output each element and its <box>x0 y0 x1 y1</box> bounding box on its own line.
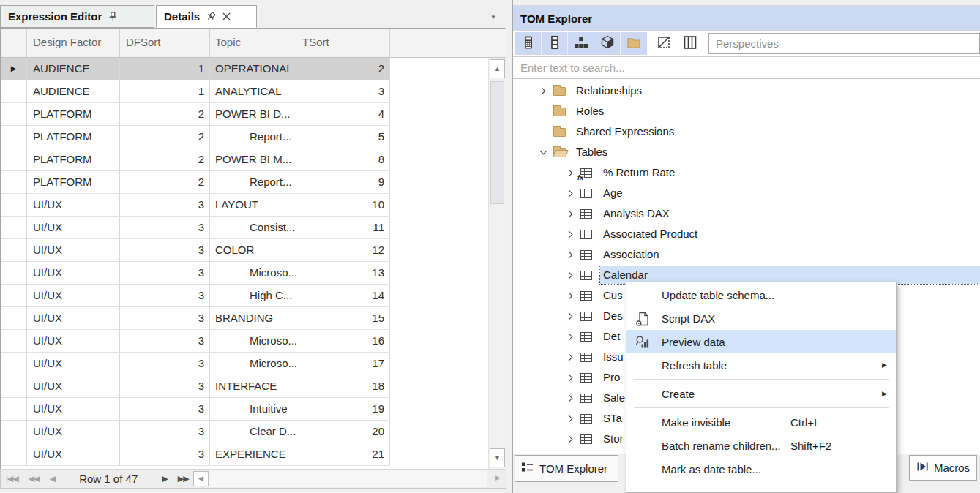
cell-tsort[interactable]: 9 <box>296 171 390 194</box>
table-row[interactable]: ▶ AUDIENCE 1 OPERATIONAL 2 <box>1 58 488 80</box>
table-row[interactable]: UI/UX 3 Microso... 17 <box>1 353 488 375</box>
chevron-right-icon[interactable] <box>565 229 575 239</box>
cell-topic[interactable]: COLOR <box>210 239 296 262</box>
cell-design-factor[interactable]: UI/UX <box>27 421 120 443</box>
tree-item-label[interactable]: Det <box>600 328 623 345</box>
tree-item-label[interactable]: Analysis DAX <box>600 205 673 222</box>
cell-topic[interactable]: INTERFACE <box>210 375 296 398</box>
cell-design-factor[interactable]: UI/UX <box>27 330 120 353</box>
tree-item-label[interactable]: Roles <box>573 102 607 120</box>
table-row[interactable]: UI/UX 3 Microso... 13 <box>1 262 488 285</box>
tree-item-label[interactable]: Issu <box>600 348 626 366</box>
cell-topic[interactable]: Microso... <box>210 353 296 375</box>
cell-topic[interactable]: OPERATIONAL <box>210 58 296 80</box>
cell-dfsort[interactable]: 3 <box>120 330 210 353</box>
cell-tsort[interactable]: 16 <box>296 330 390 353</box>
cell-dfsort[interactable]: 3 <box>120 307 210 330</box>
table-row[interactable]: UI/UX 3 High C... 14 <box>1 285 488 307</box>
horizontal-scrollbar-track[interactable] <box>209 470 487 487</box>
nav-next-page-button[interactable]: ▶▶ <box>178 474 189 483</box>
menu-item-script-dax[interactable]: Script DAX <box>626 306 896 330</box>
cell-design-factor[interactable]: UI/UX <box>27 239 120 262</box>
cell-tsort[interactable]: 13 <box>296 262 390 285</box>
table-row[interactable]: PLATFORM 2 POWER BI M... 8 <box>1 148 488 171</box>
nav-first-button[interactable]: |◀◀ <box>6 474 18 483</box>
tree-item-associated-product[interactable]: Associated Product <box>513 224 980 244</box>
chevron-right-icon[interactable] <box>565 311 575 321</box>
cell-topic[interactable]: Clear D... <box>210 421 296 443</box>
panel-splitter[interactable] <box>506 0 512 493</box>
cell-tsort[interactable]: 2 <box>296 58 390 80</box>
table-row[interactable]: UI/UX 3 INTERFACE 18 <box>1 375 488 398</box>
nav-prev-button[interactable]: ◀ <box>50 474 55 483</box>
cell-design-factor[interactable]: PLATFORM <box>27 126 120 148</box>
chevron-right-icon[interactable] <box>565 331 575 342</box>
pin-icon[interactable] <box>205 10 218 23</box>
cell-design-factor[interactable]: UI/UX <box>27 375 120 398</box>
menu-item-batch-rename-children[interactable]: Batch rename children... Shift+F2 <box>626 434 896 457</box>
chevron-right-icon[interactable] <box>565 413 575 424</box>
table-row[interactable]: UI/UX 3 COLOR 12 <box>1 239 488 262</box>
cell-dfsort[interactable]: 3 <box>120 217 210 239</box>
chevron-down-icon[interactable] <box>538 147 548 157</box>
table-row[interactable]: AUDIENCE 1 ANALYTICAL 3 <box>1 80 488 103</box>
cell-tsort[interactable]: 4 <box>296 103 390 126</box>
cell-tsort[interactable]: 20 <box>296 421 390 443</box>
tab-list-dropdown-icon[interactable]: ▼ <box>490 14 496 20</box>
cell-tsort[interactable]: 11 <box>296 217 390 239</box>
chevron-right-icon[interactable] <box>565 249 575 260</box>
tree-item-label[interactable]: Des <box>600 307 626 325</box>
chevron-right-icon[interactable] <box>565 393 575 403</box>
tree-item-label[interactable]: Age <box>600 184 626 202</box>
cell-dfsort[interactable]: 2 <box>120 126 210 148</box>
menu-item-preview-data[interactable]: Preview data <box>626 330 896 353</box>
tree-item-return-rate[interactable]: fx % Return Rate <box>513 162 980 183</box>
cell-dfsort[interactable]: 3 <box>120 375 210 398</box>
cell-topic[interactable]: POWER BI D... <box>210 103 296 126</box>
cell-tsort[interactable]: 21 <box>296 443 390 466</box>
table-row[interactable]: UI/UX 3 Intuitive 19 <box>1 398 488 421</box>
cell-tsort[interactable]: 14 <box>296 285 390 307</box>
show-columns-button[interactable] <box>542 32 568 55</box>
cell-tsort[interactable]: 5 <box>296 126 390 148</box>
table-row[interactable]: UI/UX 3 LAYOUT 10 <box>1 194 488 217</box>
cell-dfsort[interactable]: 3 <box>120 398 210 421</box>
macros-button[interactable]: Macros <box>909 455 977 481</box>
table-row[interactable]: UI/UX 3 EXPERIENCE 21 <box>1 443 488 466</box>
show-partitions-button[interactable] <box>594 32 621 55</box>
column-header-tsort[interactable]: TSort <box>296 29 390 57</box>
cell-dfsort[interactable]: 1 <box>120 80 210 103</box>
cell-topic[interactable]: Microso... <box>210 262 296 285</box>
tree-item-label[interactable]: Stor <box>600 430 626 448</box>
cell-topic[interactable]: Report... <box>210 126 296 148</box>
perspectives-dropdown[interactable]: Perspectives <box>708 33 980 54</box>
chevron-right-icon[interactable] <box>565 188 575 198</box>
tree-item-label[interactable]: Association <box>600 246 662 263</box>
cell-design-factor[interactable]: AUDIENCE <box>27 80 120 103</box>
tree-item-label[interactable]: Shared Expressions <box>573 123 677 140</box>
cell-topic[interactable]: BRANDING <box>210 307 296 330</box>
tree-item-relationships[interactable]: Relationships <box>513 80 980 101</box>
cell-design-factor[interactable]: PLATFORM <box>27 171 120 194</box>
tree-item-label[interactable]: Sale <box>600 389 628 407</box>
cell-dfsort[interactable]: 3 <box>120 285 210 307</box>
cell-topic[interactable]: Intuitive <box>210 398 296 421</box>
cell-topic[interactable]: Report... <box>210 171 296 194</box>
cell-tsort[interactable]: 18 <box>296 375 390 398</box>
tree-item-label[interactable]: STa <box>600 410 625 427</box>
tree-item-analysis-dax[interactable]: Analysis DAX <box>513 203 980 224</box>
chevron-right-icon[interactable] <box>565 372 575 383</box>
chevron-right-icon[interactable] <box>565 270 575 280</box>
close-icon[interactable] <box>222 12 231 20</box>
menu-item-mark-as-date-table[interactable]: Mark as date table... <box>626 457 896 481</box>
menu-item-create[interactable]: Create ▶ <box>626 382 896 405</box>
nav-prev-page-button[interactable]: ◀◀ <box>29 474 40 483</box>
cell-topic[interactable]: ANALYTICAL <box>210 80 296 103</box>
cell-design-factor[interactable]: UI/UX <box>27 217 120 239</box>
chevron-right-icon[interactable] <box>565 290 575 301</box>
scroll-up-button[interactable]: ▲ <box>490 59 505 78</box>
cell-design-factor[interactable]: UI/UX <box>27 285 120 307</box>
table-row[interactable]: UI/UX 3 Microso... 16 <box>1 330 488 353</box>
tree-item-label[interactable]: Relationships <box>573 82 645 99</box>
vertical-scrollbar[interactable]: ▲ ▼ <box>488 58 506 469</box>
